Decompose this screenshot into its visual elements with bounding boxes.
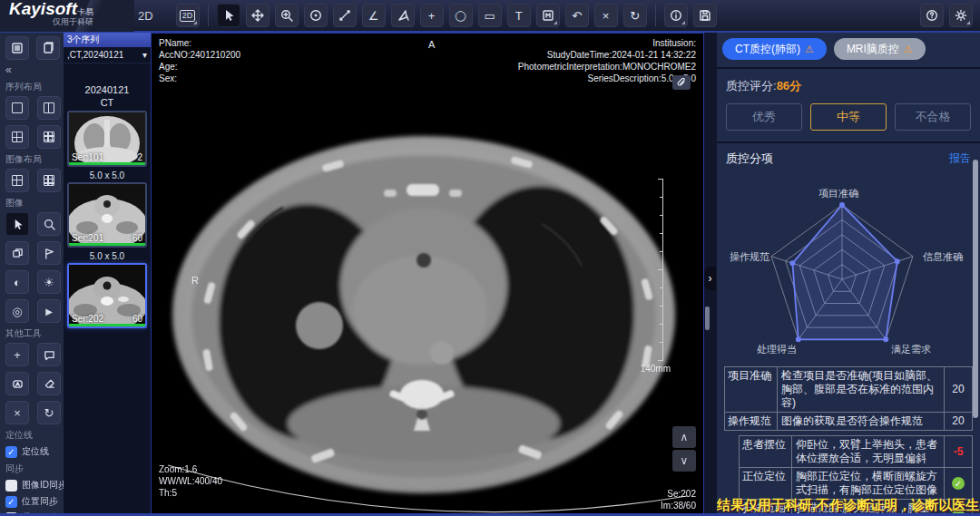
grade-medium-button[interactable]: 中等 (810, 103, 887, 131)
play-icon: ▶ (45, 307, 53, 316)
gear-icon (955, 9, 967, 22)
img-layout-3x3-button[interactable] (37, 169, 61, 192)
contrast-icon: ◐ (14, 276, 21, 289)
thumb-count: 2 (137, 152, 142, 162)
point-tool-button[interactable]: + (420, 4, 444, 27)
img-layout-2x2-button[interactable] (5, 169, 29, 192)
layout-2x2-button[interactable] (5, 125, 29, 149)
angle-tool-button[interactable]: ∠ (362, 4, 386, 27)
sync-option-row[interactable]: 图像ID同步 (5, 479, 64, 492)
sb-magnify-button[interactable] (37, 212, 61, 236)
row-score: 20 (945, 413, 972, 430)
orientation-marker-r: R (191, 275, 199, 286)
tab-mri-qc[interactable]: MRI脑质控 ⚠ (834, 38, 926, 60)
cross-icon: + (428, 9, 436, 23)
grade-fail-button[interactable]: 不合格 (895, 103, 971, 131)
zoom-tool-button[interactable] (275, 4, 299, 27)
layout-3x3-button[interactable] (37, 125, 61, 149)
logo-subtitle: 仅用于科研 (53, 18, 134, 26)
window-level-button[interactable] (304, 4, 328, 27)
sb-stamp-button[interactable] (5, 372, 29, 395)
layout-2x2-icon (12, 131, 23, 142)
sync-option-label: 位置同步 (22, 495, 58, 508)
row-score-ok: ✓ (945, 468, 972, 499)
thumb-loaded-bar (69, 324, 145, 326)
layout-2d-button[interactable]: 2D (176, 4, 200, 27)
settings-button[interactable] (949, 4, 973, 27)
save-icon (699, 9, 711, 22)
pan-tool-button[interactable] (246, 4, 270, 27)
toolbar-separator (655, 5, 656, 26)
checkbox-checked[interactable]: ✓ (5, 446, 17, 458)
reset-button[interactable]: ↻ (623, 4, 647, 27)
photometric: PhotometricInterpretation:MONOCHROME2 (518, 61, 696, 73)
scroll-down-button[interactable]: ∨ (672, 450, 696, 472)
sync-option-label: 图像ID同步 (22, 479, 67, 492)
report-panel-button[interactable] (36, 36, 60, 60)
scroll-up-button[interactable]: ∧ (672, 426, 696, 448)
check-circle-icon: ✓ (952, 477, 965, 490)
series-list-button[interactable] (5, 36, 29, 60)
rect-tool-button[interactable]: ▭ (478, 4, 502, 27)
undo-button[interactable]: ↶ (565, 4, 589, 27)
series-thumbnail-101[interactable]: Ser:101 2 (67, 111, 147, 167)
row-item: 正位定位 (740, 468, 792, 499)
ruler-icon (338, 9, 351, 22)
series-thumbnail-201[interactable]: Ser:201 60 (67, 182, 147, 248)
cursor-tool-button[interactable] (217, 4, 240, 27)
checkbox-unchecked[interactable] (5, 480, 17, 492)
layout-1x2-button[interactable] (37, 96, 61, 120)
series-thumbnail-202-selected[interactable]: Ser:202 60 (67, 263, 147, 328)
series-count-header: 3个序列 (64, 33, 151, 47)
sb-comment-button[interactable] (37, 343, 61, 366)
annotation-tool-button[interactable] (536, 4, 560, 27)
report-link[interactable]: 报告 (949, 151, 971, 167)
text-tool-button[interactable]: T (507, 4, 531, 27)
tab-label: MRI脑质控 (847, 42, 899, 57)
sb-cine-play-button[interactable]: ▶ (37, 299, 61, 323)
qc-panel-scrollbar[interactable] (973, 160, 978, 418)
study-dropdown[interactable]: ,CT,20240121 ▾ (64, 47, 151, 63)
sb-flip-button[interactable] (5, 241, 29, 265)
row-desc: 图像的获取是否符合操作规范 (778, 413, 945, 430)
chevron-down-icon: ∨ (681, 454, 689, 467)
info-button[interactable] (664, 4, 688, 27)
length-measure-button[interactable] (333, 4, 357, 27)
row-item: 患者摆位 (740, 436, 792, 467)
sb-eraser-button[interactable] (37, 372, 61, 395)
image-viewport[interactable]: PName: AccNO:2401210200 Age: Sex: A R In… (151, 33, 704, 516)
sb-cursor-button[interactable] (5, 212, 29, 236)
layout-1x1-button[interactable] (5, 96, 29, 120)
orientation-marker-a: A (428, 39, 435, 50)
row-desc: 胸部正位定位，横断面螺旋方式扫描，有胸部正位定位图像 (792, 468, 945, 499)
panel-expand-toggle[interactable]: › (704, 267, 716, 290)
slice-info-overlay: Se:202 Im:38/60 (661, 488, 696, 511)
image-layout-title: 图像布局 (5, 153, 64, 166)
sb-invert-button[interactable]: ◐ (5, 270, 29, 294)
sb-send-button[interactable] (37, 241, 61, 265)
probe-tool-button[interactable] (391, 4, 415, 27)
ct-axial-image (152, 34, 703, 515)
sb-close-button[interactable]: × (5, 401, 29, 424)
image-stack-scrollbar[interactable] (705, 307, 710, 330)
delete-annotation-button[interactable]: × (594, 4, 618, 27)
radar-chart: 项目准确 信息准确 满足需求 处理得当 操作规范 (717, 167, 980, 365)
radar-label: 信息准确 (923, 250, 963, 264)
radar-svg (760, 200, 924, 358)
locator-checkbox-row[interactable]: ✓ 定位线 (5, 445, 64, 458)
collapse-sidebar-button[interactable]: « (5, 63, 64, 76)
grade-excellent-button[interactable]: 优秀 (726, 103, 802, 131)
link-series-button[interactable] (672, 75, 691, 90)
sb-add-button[interactable]: + (5, 343, 29, 366)
text-icon: T (515, 9, 523, 23)
sb-reset-button[interactable]: ↻ (37, 401, 61, 424)
save-button[interactable] (693, 4, 717, 27)
magnifier-icon (44, 219, 55, 230)
checkbox-checked[interactable]: ✓ (5, 496, 17, 508)
sb-brightness-button[interactable]: ☀ (37, 270, 61, 294)
tab-ct-qc[interactable]: CT质控(肺部) ⚠ (722, 38, 827, 60)
ellipse-tool-button[interactable]: ◯ (449, 4, 473, 27)
help-button[interactable] (920, 4, 944, 27)
sb-target-button[interactable]: ◎ (5, 299, 29, 323)
sync-option-row[interactable]: ✓ 位置同步 (5, 495, 64, 508)
